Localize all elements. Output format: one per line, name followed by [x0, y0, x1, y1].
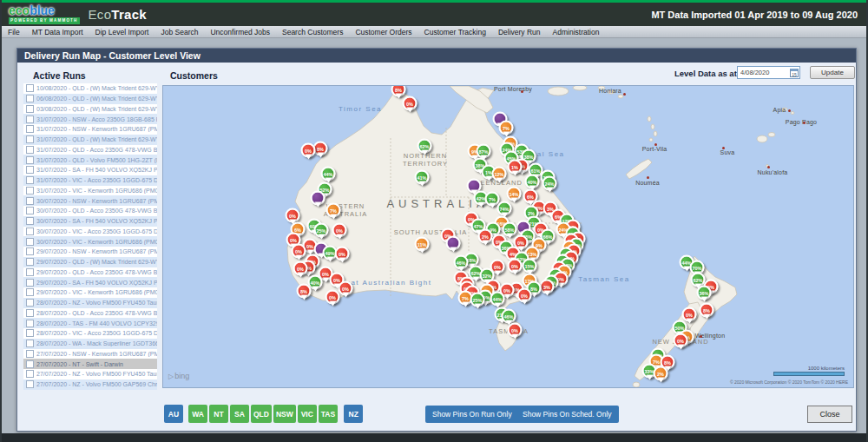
run-row[interactable]: 31/07/2020 - VIC - Kenworth 1GRU686 (PM0…: [23, 186, 157, 196]
map-pin[interactable]: 0%: [403, 96, 418, 111]
run-checkbox[interactable]: [26, 105, 34, 113]
run-row[interactable]: 31/07/2020 - QLD - Acco 2350G 478-VWG Br…: [23, 145, 157, 155]
run-checkbox[interactable]: [26, 380, 34, 388]
map-pin[interactable]: 14%: [507, 187, 522, 201]
run-row[interactable]: 06/08/2020 - QLD - (W) Mack Trident 629-…: [23, 94, 157, 104]
level-date-field[interactable]: 15: [737, 66, 800, 79]
run-checkbox[interactable]: [26, 288, 34, 296]
run-checkbox[interactable]: [26, 247, 34, 255]
menu-item[interactable]: Job Search: [155, 28, 204, 36]
run-row[interactable]: 31/07/2020 - QLD - (W) Mack Trident 629-…: [23, 135, 157, 145]
map-pin[interactable]: 8%: [700, 303, 714, 318]
map-pin[interactable]: 46%: [502, 309, 516, 324]
run-row[interactable]: 27/07/2020 - NT - Swift - Darwin: [23, 359, 157, 369]
state-filter-nz[interactable]: NZ: [344, 405, 363, 423]
run-checkbox[interactable]: [26, 238, 34, 246]
run-row[interactable]: 27/07/2020 - NZ - Volvo FM500 FYU450 Tau…: [23, 369, 157, 379]
menu-item[interactable]: Delivery Run: [492, 28, 547, 36]
map-pin[interactable]: 11%: [415, 237, 430, 252]
run-checkbox[interactable]: [26, 329, 34, 337]
menu-item[interactable]: Search Customers: [276, 28, 349, 36]
map-pin[interactable]: 0%: [301, 143, 316, 158]
map-pin[interactable]: 15%: [523, 259, 537, 274]
run-row[interactable]: 10/08/2020 - QLD - (W) Mack Trident 629-…: [23, 83, 157, 94]
run-row[interactable]: 29/07/2020 - QLD - (W) Mack Trident 629-…: [23, 257, 157, 267]
map-pin[interactable]: 0%: [293, 261, 308, 276]
run-checkbox[interactable]: [26, 207, 34, 214]
run-checkbox[interactable]: [26, 84, 34, 92]
menu-item[interactable]: Administration: [547, 28, 606, 36]
menu-item[interactable]: Customer Orders: [349, 28, 418, 36]
run-row[interactable]: 30/07/2020 - QLD - Acco 2350G 478-VWG Br…: [23, 206, 157, 216]
run-checkbox[interactable]: [26, 115, 34, 123]
state-filter-tas[interactable]: TAS: [319, 405, 338, 423]
run-checkbox[interactable]: [26, 258, 34, 266]
run-row[interactable]: 27/07/2020 - NZ - Volvo FM500 GAP569 Chr…: [23, 379, 157, 390]
map-pin[interactable]: 25%: [470, 293, 485, 307]
state-filter-wa[interactable]: WA: [188, 405, 207, 423]
run-row[interactable]: 31/07/2020 - QLD - Volvo FM500 1HG-2ZT (…: [23, 155, 157, 165]
show-pins-on-sched-only-button[interactable]: Show Pins On Sched. Only: [516, 406, 619, 423]
run-row[interactable]: 29/07/2020 - QLD - Acco 2350G 478-VWG Br…: [23, 267, 157, 278]
map-pin[interactable]: 0%: [674, 333, 688, 348]
run-checkbox[interactable]: [26, 217, 34, 225]
map-pin[interactable]: 74%: [497, 201, 512, 216]
run-row[interactable]: 27/07/2020 - NSW - Kenworth 1GRU687 (PM0…: [23, 349, 157, 360]
state-filter-sa[interactable]: SA: [230, 405, 249, 423]
map-pin[interactable]: 62%: [418, 139, 432, 154]
map-pin[interactable]: 7%: [499, 121, 514, 135]
map-pin[interactable]: 0%: [508, 323, 523, 338]
run-row[interactable]: 28/07/2020 - WA - Mack Superliner 1GDT36…: [23, 339, 157, 349]
run-row[interactable]: 28/07/2020 - QLD - Acco 2350G 478-VWG Br…: [23, 308, 157, 319]
run-checkbox[interactable]: [26, 125, 34, 133]
run-row[interactable]: 29/07/2020 - NSW - Kenworth 1GRU687 (PM0…: [23, 247, 157, 257]
run-row[interactable]: 31/07/2020 - SA - FH 540 VOLVO XQ52KJ PM…: [23, 165, 157, 175]
menu-item[interactable]: Dip Level Import: [89, 28, 155, 36]
run-row[interactable]: 30/07/2020 - SA - FH 540 VOLVO XQ52KJ PM…: [23, 216, 157, 227]
run-checkbox[interactable]: [26, 340, 34, 347]
run-checkbox[interactable]: [26, 146, 34, 154]
run-row[interactable]: 29/07/2020 - VIC - Kenworth 1GRU686 (PM0…: [23, 287, 157, 298]
run-checkbox[interactable]: [26, 279, 34, 287]
map-pin[interactable]: 0%: [508, 259, 523, 274]
map-pin[interactable]: [446, 236, 461, 251]
run-row[interactable]: 03/08/2020 - QLD - (W) Mack Trident 629-…: [23, 104, 157, 115]
run-checkbox[interactable]: [26, 299, 34, 307]
update-button[interactable]: Update: [810, 66, 855, 79]
close-button[interactable]: Close: [807, 406, 852, 423]
map-pin[interactable]: 0%: [682, 307, 697, 322]
map-pin[interactable]: 0%: [517, 288, 532, 303]
run-row[interactable]: 31/07/2020 - NSW - Acco 2350G 18GB-685 R…: [23, 114, 157, 124]
map-pin[interactable]: 40%: [525, 175, 540, 189]
map-pin[interactable]: 46%: [454, 255, 469, 270]
run-checkbox[interactable]: [26, 320, 34, 327]
run-checkbox[interactable]: [26, 370, 34, 378]
map-pin[interactable]: 0%: [332, 223, 347, 238]
run-checkbox[interactable]: [26, 135, 34, 143]
map-pin[interactable]: 0%: [292, 244, 306, 259]
menu-item[interactable]: MT Data Import: [26, 28, 89, 36]
run-row[interactable]: 31/07/2020 - NSW - Kenworth 1GRU687 (PM0…: [23, 124, 157, 135]
run-row[interactable]: 28/07/2020 - VIC - Acco 2350G 1GGD-675 D…: [23, 328, 157, 339]
map-pin[interactable]: 36%: [697, 286, 712, 300]
run-checkbox[interactable]: [26, 95, 34, 102]
map-pin[interactable]: 0%: [326, 290, 340, 305]
bing-logo[interactable]: ▷bing: [168, 372, 189, 380]
run-checkbox[interactable]: [26, 360, 34, 368]
run-checkbox[interactable]: [26, 228, 34, 235]
run-row[interactable]: 30/07/2020 - VIC - Acco 2350G 1GGD-675 D…: [23, 227, 157, 237]
map-pin[interactable]: 0%: [339, 281, 353, 296]
map-pin[interactable]: 2%: [654, 366, 668, 381]
run-checkbox[interactable]: [26, 166, 34, 174]
run-checkbox[interactable]: [26, 176, 34, 184]
level-date-input[interactable]: [738, 68, 790, 77]
map-pin[interactable]: 8%: [297, 284, 312, 299]
map-pin[interactable]: 44%: [490, 292, 505, 307]
run-checkbox[interactable]: [26, 156, 34, 164]
run-row[interactable]: 29/07/2020 - SA - FH 540 VOLVO XQ52KJ PM…: [23, 277, 157, 287]
show-pins-on-run-only-button[interactable]: Show Pins On Run Only: [425, 406, 519, 423]
state-filter-au[interactable]: AU: [164, 405, 183, 423]
map-pin[interactable]: 87%: [477, 144, 491, 159]
state-filter-vic[interactable]: VIC: [298, 405, 317, 423]
state-filter-nt[interactable]: NT: [209, 405, 228, 423]
